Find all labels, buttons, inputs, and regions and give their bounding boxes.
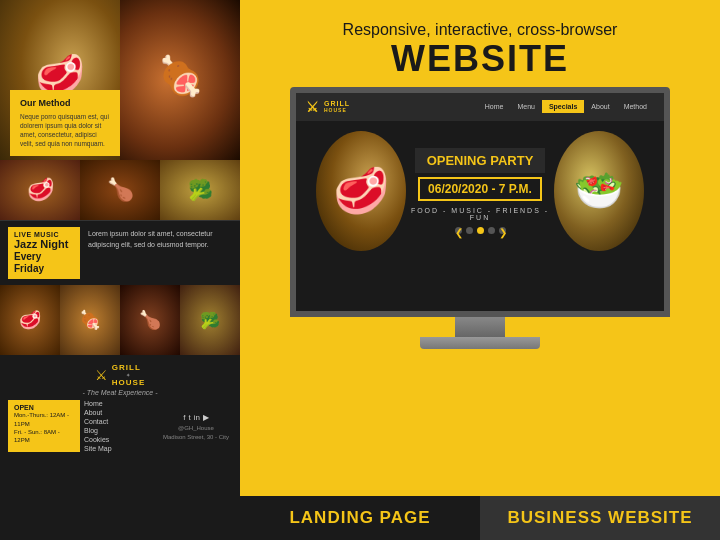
monitor-area: freepik ⚔ GRILL HOUSE Home Menu Sp bbox=[240, 87, 720, 496]
twitter-handle: @GH_House bbox=[178, 425, 214, 431]
monitor-screen: ⚔ GRILL HOUSE Home Menu Specials About M… bbox=[290, 87, 670, 317]
monitor-base bbox=[420, 337, 540, 349]
hero-content: OPENING PARTY 06/20/2020 - 7 P.M. FOOD -… bbox=[406, 148, 554, 234]
footer-bottom: OPEN Mon.-Thurs.: 12AM - 11PM Fri. - Sun… bbox=[8, 400, 232, 452]
site-logo-icon: ⚔ bbox=[306, 99, 320, 115]
social-icons: f t in ▶ bbox=[183, 413, 209, 422]
next-arrow[interactable]: ❯ bbox=[499, 227, 506, 234]
every-friday-label: Every Friday bbox=[14, 251, 74, 275]
hero-food-right: 🥗 bbox=[554, 131, 644, 251]
footer-link-about[interactable]: About bbox=[84, 409, 156, 416]
monitor: ⚔ GRILL HOUSE Home Menu Specials About M… bbox=[290, 87, 670, 349]
business-website-label: BUSINESS WEBSITE bbox=[480, 496, 720, 540]
facebook-icon: f bbox=[183, 413, 185, 422]
site-nav-links: Home Menu Specials About Method bbox=[478, 100, 654, 113]
site-logo: ⚔ GRILL HOUSE bbox=[306, 99, 350, 115]
footer-nav-1: Home About Contact Blog Cookies Site Map bbox=[84, 400, 156, 452]
dot-2[interactable] bbox=[477, 227, 484, 234]
nav-link-specials[interactable]: Specials bbox=[542, 100, 584, 113]
left-panel: Our Method Neque porro quisquam est, qui… bbox=[0, 0, 240, 540]
footer-link-contact[interactable]: Contact bbox=[84, 418, 156, 425]
grid-img-1 bbox=[0, 285, 60, 355]
nav-link-method[interactable]: Method bbox=[617, 100, 654, 113]
dot-3[interactable] bbox=[488, 227, 495, 234]
food-strip bbox=[0, 160, 240, 220]
bottom-labels: LANDING PAGE BUSINESS WEBSITE bbox=[240, 496, 720, 540]
hero-event: OPENING PARTY bbox=[415, 148, 546, 173]
youtube-icon: ▶ bbox=[203, 413, 209, 422]
jazz-night-label: Jazz Night bbox=[14, 238, 74, 251]
our-method-text: Neque porro quisquam est, qui dolorem ip… bbox=[20, 112, 110, 148]
footer-link-home[interactable]: Home bbox=[84, 400, 156, 407]
twitter-icon: t bbox=[188, 413, 190, 422]
hero-pagination: ❮ ❯ bbox=[406, 227, 554, 234]
site-logo-text1: GRILL bbox=[324, 100, 350, 107]
footer-link-blog[interactable]: Blog bbox=[84, 427, 156, 434]
instagram-icon: in bbox=[194, 413, 200, 422]
prev-arrow[interactable]: ❮ bbox=[455, 227, 462, 234]
fork-knife-icon: ⚔ bbox=[95, 367, 108, 383]
live-music-section: LIVE MUSIC Jazz Night Every Friday Lorem… bbox=[0, 220, 240, 285]
open-title: OPEN bbox=[14, 404, 74, 411]
live-music-badge: LIVE MUSIC Jazz Night Every Friday bbox=[8, 227, 80, 279]
site-nav: ⚔ GRILL HOUSE Home Menu Specials About M… bbox=[296, 93, 664, 121]
right-panel: Responsive, interactive, cross-browser W… bbox=[240, 0, 720, 540]
food-image-2 bbox=[120, 0, 240, 160]
dot-1[interactable] bbox=[466, 227, 473, 234]
footer-logo-text: GRILL ✦ HOUSE bbox=[112, 363, 145, 387]
footer-tagline: - The Meat Experience - bbox=[82, 389, 157, 396]
open-hours: OPEN Mon.-Thurs.: 12AM - 11PM Fri. - Sun… bbox=[8, 400, 80, 452]
landing-page-label: LANDING PAGE bbox=[240, 496, 480, 540]
strip-img-3 bbox=[160, 160, 240, 220]
grid-img-4 bbox=[180, 285, 240, 355]
footer-logo: ⚔ GRILL ✦ HOUSE bbox=[95, 363, 145, 387]
strip-img-1 bbox=[0, 160, 80, 220]
right-header: Responsive, interactive, cross-browser W… bbox=[240, 0, 720, 87]
site-logo-text2: HOUSE bbox=[324, 107, 350, 113]
food-grid-bottom bbox=[0, 285, 240, 355]
hours-weekday: Mon.-Thurs.: 12AM - 11PM bbox=[14, 411, 74, 428]
live-music-description: Lorem ipsum dolor sit amet, consectetur … bbox=[88, 227, 232, 250]
our-method-box: Our Method Neque porro quisquam est, qui… bbox=[10, 90, 120, 156]
hero-food-left: 🥩 bbox=[316, 131, 406, 251]
hero-date: 06/20/2020 - 7 P.M. bbox=[418, 177, 542, 201]
footer-link-sitemap[interactable]: Site Map bbox=[84, 445, 156, 452]
hours-weekend: Fri. - Sun.: 8AM - 12PM bbox=[14, 428, 74, 445]
live-music-label: LIVE MUSIC bbox=[14, 231, 74, 238]
footer-link-cookies[interactable]: Cookies bbox=[84, 436, 156, 443]
grid-img-2 bbox=[60, 285, 120, 355]
site-hero: 🥩 OPENING PARTY 06/20/2020 - 7 P.M. FOOD… bbox=[296, 121, 664, 261]
nav-link-about[interactable]: About bbox=[584, 100, 616, 113]
footer-section: ⚔ GRILL ✦ HOUSE - The Meat Experience - … bbox=[0, 355, 240, 540]
hero-tagline: FOOD - MUSIC - FRIENDS - FUN bbox=[406, 207, 554, 221]
monitor-stand bbox=[290, 317, 670, 349]
footer-address: Madison Street, 30 - City bbox=[163, 434, 229, 440]
nav-link-menu[interactable]: Menu bbox=[510, 100, 542, 113]
header-title: WEBSITE bbox=[270, 41, 690, 77]
footer-social: f t in ▶ @GH_House Madison Street, 30 - … bbox=[160, 400, 232, 452]
grid-img-3 bbox=[120, 285, 180, 355]
strip-img-2 bbox=[80, 160, 160, 220]
monitor-neck bbox=[455, 317, 505, 337]
our-method-title: Our Method bbox=[20, 98, 110, 108]
nav-link-home[interactable]: Home bbox=[478, 100, 511, 113]
